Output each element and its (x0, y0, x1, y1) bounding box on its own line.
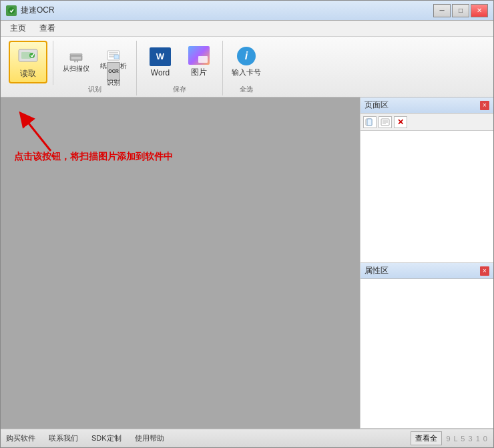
page-tool-add[interactable] (363, 116, 377, 128)
attr-section-title: 属性区 (364, 265, 389, 276)
minimize-button[interactable]: ─ (433, 4, 451, 17)
ribbon-group-identify-buttons: 从扫描仪 (59, 41, 131, 83)
page-section-close[interactable]: × (480, 101, 489, 110)
btn-word-label: Word (151, 68, 170, 77)
ribbon-group-save-label: 保存 (173, 85, 186, 94)
page-section: 页面区 × (360, 97, 493, 263)
btn-ocr[interactable]: OCR 识别 (96, 69, 131, 83)
close-button[interactable]: ✕ (471, 4, 488, 17)
menu-bar: 主页 查看 (1, 21, 493, 37)
attr-content (360, 279, 493, 428)
status-bar: 购买软件 联系我们 SDK定制 使用帮助 查看全 9 L 5 3 1 0 (1, 429, 493, 447)
ribbon-group-select-buttons: i 输入卡号 (228, 41, 264, 83)
ribbon-group-save: W Word 图片 保存 (137, 41, 223, 95)
btn-image-label: 图片 (191, 67, 207, 78)
status-right: 查看全 9 L 5 3 1 0 (411, 431, 488, 445)
svg-rect-13 (114, 55, 119, 59)
btn-scanner[interactable]: 从扫描仪 (59, 41, 93, 83)
btn-word[interactable]: W Word (142, 41, 178, 83)
title-bar-left: 捷速OCR (6, 5, 55, 16)
maximize-button[interactable]: □ (452, 4, 469, 17)
ribbon-group-identify-label: 识别 (88, 85, 101, 94)
link-buy[interactable]: 购买软件 (6, 433, 35, 443)
page-section-header: 页面区 × (360, 97, 493, 114)
ribbon-group-identify: 从扫描仪 (53, 41, 137, 95)
read-icon (17, 45, 39, 67)
window-title: 捷速OCR (21, 5, 55, 16)
status-left: 购买软件 联系我们 SDK定制 使用帮助 (6, 433, 164, 443)
app-icon (6, 5, 17, 16)
annotation-text: 点击该按钮，将扫描图片添加到软件中 (14, 151, 173, 163)
ribbon-group-select-label: 全选 (240, 85, 253, 94)
svg-rect-8 (77, 60, 78, 62)
title-bar: 捷速OCR ─ □ ✕ (1, 1, 493, 21)
ribbon-group-scan-buttons: 读取 (9, 41, 47, 83)
link-contact[interactable]: 联系我们 (49, 433, 78, 443)
ocr-icon: OCR (107, 65, 120, 77)
attr-section: 属性区 × (360, 263, 493, 429)
scanner-icon (69, 51, 83, 63)
add-page-icon (365, 118, 375, 127)
svg-line-15 (24, 118, 51, 151)
main-window: 捷速OCR ─ □ ✕ 主页 查看 (0, 0, 494, 448)
right-panel: 页面区 × (360, 97, 493, 429)
svg-rect-6 (70, 53, 82, 55)
ribbon: 读取 (1, 37, 493, 97)
btn-image[interactable]: 图片 (181, 41, 217, 83)
word-icon: W (150, 47, 171, 66)
ribbon-btn-stack: 纸面解析 OCR 识别 (96, 53, 131, 83)
parse-icon (107, 50, 120, 61)
canvas-area: 点击该按钮，将扫描图片添加到软件中 (1, 97, 360, 429)
menu-home[interactable]: 主页 (3, 21, 33, 35)
info-icon: i (237, 47, 256, 65)
ribbon-group-save-buttons: W Word 图片 (142, 41, 217, 83)
page-toolbar: ✕ (360, 114, 493, 131)
link-sdk[interactable]: SDK定制 (91, 433, 121, 443)
btn-read[interactable]: 读取 (9, 41, 47, 83)
svg-rect-17 (367, 119, 372, 126)
btn-read-label: 读取 (20, 68, 36, 79)
link-help[interactable]: 使用帮助 (135, 433, 164, 443)
page-section-title: 页面区 (364, 99, 389, 111)
svg-point-0 (8, 7, 15, 14)
svg-rect-2 (21, 52, 31, 59)
svg-rect-5 (71, 57, 81, 59)
btn-ocr-label: 识别 (107, 78, 120, 87)
image-icon (188, 46, 210, 65)
page-tool-view[interactable] (379, 116, 392, 128)
main-area: 点击该按钮，将扫描图片添加到软件中 页面区 × (1, 97, 493, 429)
menu-view[interactable]: 查看 (33, 21, 62, 35)
attr-section-header: 属性区 × (360, 263, 493, 279)
ribbon-group-select: i 输入卡号 全选 (223, 41, 270, 95)
btn-import-card-label: 输入卡号 (232, 67, 261, 77)
view-all-button[interactable]: 查看全 (411, 431, 442, 445)
svg-rect-7 (74, 60, 75, 62)
btn-import-card[interactable]: i 输入卡号 (228, 41, 264, 83)
page-content (360, 131, 493, 262)
ribbon-content: 读取 (1, 39, 493, 97)
view-page-icon (381, 118, 390, 126)
window-controls: ─ □ ✕ (433, 4, 488, 17)
page-tool-delete[interactable]: ✕ (394, 116, 407, 128)
ribbon-group-scan: 读取 (3, 41, 53, 85)
annotation-arrow (11, 104, 64, 158)
btn-scanner-label: 从扫描仪 (63, 64, 89, 73)
watermark-text: 9 L 5 3 1 0 (446, 435, 488, 443)
attr-section-close[interactable]: × (480, 266, 489, 276)
